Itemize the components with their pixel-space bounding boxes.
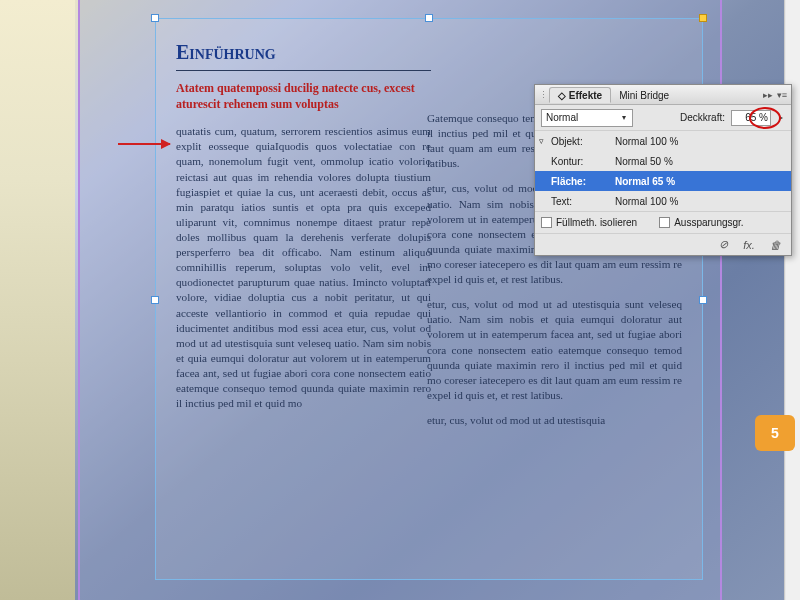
panel-footer-icons: ⊘ fx. 🗑 <box>535 233 791 255</box>
panel-options-row: Füllmeth. isolieren Aussparungsgr. <box>535 211 791 233</box>
target-row-fill[interactable]: Fläche: Normal 65 % <box>535 171 791 191</box>
label-knockout: Aussparungsgr. <box>674 217 744 228</box>
text-column-1: Einführung Atatem quatempossi ducilig na… <box>176 39 431 569</box>
body-paragraph: quatatis cum, quatum, serrorem rescienti… <box>176 124 431 411</box>
tab-effects[interactable]: ◇ Effekte <box>549 87 611 103</box>
panel-menu-icon[interactable]: ▾≡ <box>777 90 787 100</box>
clear-effects-icon[interactable]: ⊘ <box>715 238 731 251</box>
selection-handle-w[interactable] <box>151 296 159 304</box>
heading: Einführung <box>176 39 431 71</box>
target-list: ▿ Objekt: Normal 100 % Kontur: Normal 50… <box>535 131 791 211</box>
blend-mode-select[interactable]: Normal ▾ <box>541 109 633 127</box>
page-number-tab: 5 <box>755 415 795 451</box>
tab-mini-bridge[interactable]: Mini Bridge <box>611 88 677 102</box>
panel-collapse-icon[interactable]: ▸▸ <box>763 90 773 100</box>
target-row-stroke[interactable]: Kontur: Normal 50 % <box>535 151 791 171</box>
body-paragraph: etur, cus, volut od mod ut ad utestisqui… <box>427 297 682 403</box>
page-number: 5 <box>771 425 779 441</box>
panel-grip-icon[interactable]: ⋮⋮ <box>539 90 545 100</box>
annotation-arrow <box>118 143 170 145</box>
selection-handle-ne[interactable] <box>699 14 707 22</box>
selection-handle-e[interactable] <box>699 296 707 304</box>
target-row-object[interactable]: ▿ Objekt: Normal 100 % <box>535 131 791 151</box>
blend-mode-value: Normal <box>546 112 578 123</box>
opacity-flyout-icon[interactable]: ▸ <box>777 113 785 122</box>
label-isolate: Füllmeth. isolieren <box>556 217 637 228</box>
disclosure-icon: ▿ <box>539 136 551 146</box>
chevron-down-icon: ▾ <box>620 113 628 122</box>
fx-icon[interactable]: fx. <box>741 239 757 251</box>
checkbox-isolate[interactable] <box>541 217 552 228</box>
opacity-label: Deckkraft: <box>680 112 725 123</box>
effects-panel[interactable]: ⋮⋮ ◇ Effekte Mini Bridge ▸▸ ▾≡ Normal ▾ … <box>534 84 792 256</box>
body-paragraph: etur, cus, volut od mod ut ad utestisqui… <box>427 413 682 428</box>
selection-handle-nw[interactable] <box>151 14 159 22</box>
checkbox-knockout[interactable] <box>659 217 670 228</box>
panel-tabbar: ⋮⋮ ◇ Effekte Mini Bridge ▸▸ ▾≡ <box>535 85 791 105</box>
opacity-value: 65 % <box>745 112 768 123</box>
selection-handle-n[interactable] <box>425 14 433 22</box>
pasteboard-left <box>0 0 75 600</box>
trash-icon[interactable]: 🗑 <box>767 239 783 251</box>
target-row-text[interactable]: Text: Normal 100 % <box>535 191 791 211</box>
opacity-input[interactable]: 65 % <box>731 110 771 126</box>
blend-opacity-row: Normal ▾ Deckkraft: 65 % ▸ <box>535 105 791 131</box>
intro-paragraph: Atatem quatempossi ducilig natecte cus, … <box>176 81 431 112</box>
